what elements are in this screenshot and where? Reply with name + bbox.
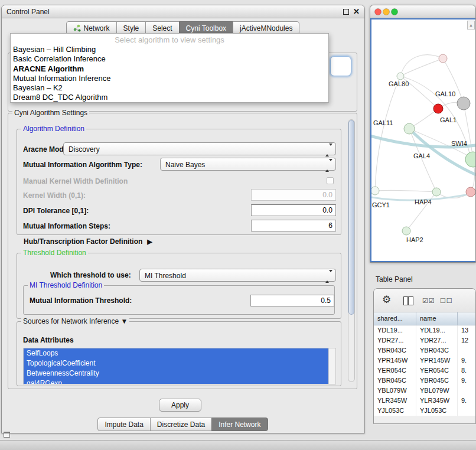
network-canvas[interactable]: GAL80 GAL10 GAL11 GAL1 SWI4 GAL4 GCY1 HA… [370, 18, 475, 262]
tab-label: Select [152, 24, 172, 32]
table-toolbar: ⚙ ☑☑ ☐☐ [374, 289, 475, 312]
which-threshold-label: Which threshold to use: [50, 271, 131, 279]
mi-threshold-input[interactable] [250, 295, 334, 306]
menu-item-aracne[interactable]: ARACNE Algorithm [11, 64, 328, 74]
table-header-row: shared... name [374, 312, 475, 325]
list-item-selfloops[interactable]: SelfLoops [24, 348, 328, 358]
hub-transcription-factor-toggle[interactable]: Hub/Transcription Factor Definition▶ [24, 237, 152, 246]
node-gray[interactable] [457, 97, 470, 110]
node-label: GAL10 [435, 90, 455, 97]
settings-scrollbar[interactable] [348, 119, 355, 382]
table-row[interactable]: YBL079WYBL079W [374, 386, 475, 396]
column-header-name[interactable]: name [416, 312, 458, 325]
zoom-traffic-light[interactable] [392, 9, 398, 15]
collapsed-arrow-icon: ▶ [147, 238, 152, 245]
table-row[interactable]: YBR045CYBR045C9. [374, 376, 475, 386]
node-gal10-selected[interactable] [433, 104, 443, 113]
node-label: GAL80 [389, 80, 409, 87]
node-pink[interactable] [466, 187, 475, 197]
cell: YBL079W [374, 386, 416, 396]
network-icon [73, 24, 81, 32]
menu-item-bayesian-hill-climbing[interactable]: Bayesian – Hill Climbing [11, 45, 328, 54]
table-row[interactable]: YPR145WYPR145W9. [374, 356, 475, 366]
list-item-topologicalcoefficient[interactable]: TopologicalCoefficient [24, 358, 328, 369]
tab-label: Impute Data [105, 420, 143, 429]
network-window-titlebar [370, 5, 475, 18]
algorithm-dropdown-menu: Select algorithm to view settings Bayesi… [10, 33, 329, 103]
table-row[interactable]: YER054CYER054C8. [374, 366, 475, 376]
sources-title: Sources for Network Inference ▼ [21, 317, 129, 325]
tab-infer-network[interactable]: Infer Network [211, 418, 268, 431]
window-title: Control Panel [6, 8, 50, 16]
tab-discretize-data[interactable]: Discretize Data [150, 418, 212, 431]
control-panel-titlebar: Control Panel ✕ [2, 5, 364, 18]
cell [458, 345, 475, 356]
node-pink-pale[interactable] [439, 54, 447, 63]
cell: YPR145W [416, 356, 458, 366]
manual-kernel-label: Manual Kernel Width Definition [23, 177, 128, 185]
control-panel-window: Control Panel ✕ Network Style Select Cyn… [1, 5, 365, 433]
tab-impute-data[interactable]: Impute Data [97, 418, 150, 431]
aracne-mode-select[interactable]: Discovery [63, 142, 336, 155]
column-header-extra[interactable] [458, 312, 475, 325]
menu-item-bayesian-k2[interactable]: Bayesian – K2 [11, 83, 328, 93]
restore-icon[interactable] [343, 9, 349, 15]
cell: 13 [458, 325, 475, 335]
mi-steps-input[interactable] [251, 220, 336, 231]
list-item-betweennesscentrality[interactable]: BetweennessCentrality [24, 369, 328, 379]
node-gal1[interactable] [404, 123, 415, 134]
column-header-shared-name[interactable]: shared... [374, 312, 416, 325]
cell: 9. [458, 376, 475, 386]
menu-item-mutual-information[interactable]: Mutual Information Inference [11, 74, 328, 83]
cyni-bottom-tab-bar: Impute Data Discretize Data Infer Networ… [2, 418, 364, 431]
mi-algorithm-type-select[interactable]: Naive Bayes [160, 158, 336, 171]
table-row[interactable]: YDR27...YDR27...12 [374, 335, 475, 345]
expanded-arrow-icon[interactable]: ▼ [120, 317, 128, 325]
columns-icon[interactable] [403, 296, 413, 305]
node-label: SWI4 [451, 140, 467, 147]
menu-item-dream8[interactable]: Dream8 DC_TDC Algorithm [11, 93, 328, 102]
mi-type-label: Mutual Information Algorithm Type: [23, 161, 142, 169]
algorithm-selector-button[interactable] [330, 56, 351, 76]
table-row[interactable]: YJL053CYJL053C [374, 406, 475, 416]
status-bar [0, 440, 476, 450]
list-item-gal4rgexp[interactable]: gal4RGexp [24, 379, 328, 384]
node-label: GCY1 [372, 201, 390, 208]
menu-item-basic-correlation[interactable]: Basic Correlation Inference [11, 54, 328, 64]
node-hap4[interactable] [432, 188, 441, 196]
table-row[interactable]: YDL19...YDL19...13 [374, 325, 475, 335]
which-threshold-select[interactable]: MI Threshold [139, 269, 336, 282]
cell: YBR043C [416, 345, 458, 356]
node-label: GAL4 [413, 152, 430, 159]
cell: YER054C [416, 366, 458, 376]
node-swi4[interactable] [465, 152, 476, 167]
apply-button[interactable]: Apply [159, 399, 201, 412]
kernel-width-label: Kernel Width (0,1): [23, 191, 86, 200]
close-icon[interactable]: ✕ [353, 7, 360, 16]
select-all-icon[interactable]: ☑☑ [422, 297, 435, 305]
algorithm-definition-group: Algorithm Definition Aracne Mode: Discov… [17, 129, 341, 235]
mi-threshold-definition-title: MI Threshold Definition [28, 281, 104, 289]
node-gal80[interactable] [397, 73, 404, 80]
dpi-tolerance-input[interactable] [251, 204, 336, 216]
deselect-all-icon[interactable]: ☐☐ [440, 297, 453, 305]
close-traffic-light[interactable] [375, 9, 382, 15]
sources-group: Sources for Network Inference ▼ Data Att… [17, 321, 341, 386]
minimize-traffic-light[interactable] [383, 9, 390, 15]
canvas-scrollbar-up-arrow[interactable]: ▲ [467, 21, 475, 30]
table-row[interactable]: YBR043CYBR043C [374, 345, 475, 356]
gear-icon[interactable]: ⚙ [382, 294, 391, 306]
network-graph: GAL80 GAL10 GAL11 GAL1 SWI4 GAL4 GCY1 HA… [371, 19, 476, 263]
cell: YPR145W [374, 356, 416, 366]
list-scrollbar[interactable] [328, 348, 335, 384]
table-row[interactable]: YLR345WYLR345W9. [374, 396, 475, 406]
cell: YDL19... [374, 325, 416, 335]
scrollbar-thumb[interactable] [348, 120, 354, 315]
tab-label: Cyni Toolbox [186, 24, 226, 32]
selected-value: MI Threshold [145, 272, 186, 280]
data-attributes-list: SelfLoops TopologicalCoefficient Between… [23, 348, 336, 384]
node-hap2[interactable] [402, 227, 410, 235]
node-gcy1[interactable] [371, 187, 379, 195]
collapsed-panel-icon[interactable] [4, 432, 10, 438]
cyni-algorithm-settings-group: Cyni Algorithm Settings Algorithm Defini… [8, 113, 357, 389]
